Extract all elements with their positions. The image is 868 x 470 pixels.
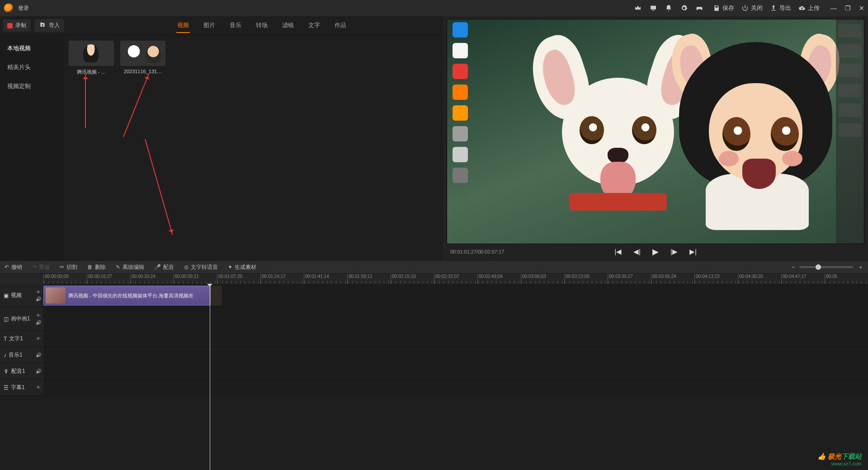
media-thumb[interactable]: 腾讯视频 - … xyxy=(69,41,114,75)
cut-button[interactable]: ✂切割 xyxy=(60,263,77,271)
save-button[interactable]: 保存 xyxy=(713,4,734,12)
prev-frame-icon[interactable]: ◀| xyxy=(633,248,641,256)
record-dot-icon xyxy=(7,23,13,28)
ruler-tick: 00:02:32;07 xyxy=(434,274,477,284)
mute-icon[interactable]: 🔊 xyxy=(36,352,41,357)
gamepad-icon[interactable] xyxy=(696,5,703,12)
preview-pane: 00:01:01;27/00:02:07;17 |◀ ◀| ▶ |▶ ▶| xyxy=(443,16,868,260)
text-track-icon: T xyxy=(4,336,7,342)
minimize-icon[interactable]: — xyxy=(830,5,837,12)
mute-icon[interactable]: 🔊 xyxy=(36,369,41,374)
video-clip[interactable]: 腾讯视频 - 中国领先的在线视频媒体平台,海量高清视频在 xyxy=(43,286,211,306)
desktop-icons-overlay xyxy=(448,22,480,183)
track-subtitle: ☰字幕1 👁 xyxy=(0,380,868,396)
time-ruler[interactable]: 00:00:00;0000:00:16;2700:00:33;2400:00:5… xyxy=(0,274,868,284)
undo-button[interactable]: ↶撤销 xyxy=(5,263,22,271)
goto-start-icon[interactable]: |◀ xyxy=(614,248,622,256)
cat-custom[interactable]: 视频定制 xyxy=(0,77,63,96)
tab-music[interactable]: 音乐 xyxy=(229,19,242,33)
media-categories: 本地视频 精美片头 视频定制 xyxy=(0,35,63,260)
dub-button[interactable]: 🎤配音 xyxy=(154,263,174,271)
sparkle-icon: ✦ xyxy=(228,264,232,270)
tracks: ▣视频 👁🔊 腾讯视频 - 中国领先的在线视频媒体平台,海量高清视频在 ◫画中画… xyxy=(0,284,868,470)
export-button[interactable]: 导出 xyxy=(770,4,791,12)
subtitle-track-icon: ☰ xyxy=(4,385,9,391)
tab-filter[interactable]: 滤镜 xyxy=(281,19,295,33)
track-text: T文字1 👁 xyxy=(0,331,868,347)
ruler-tick: 00:00:00;00 xyxy=(43,274,87,284)
cat-intro[interactable]: 精美片头 xyxy=(0,58,63,77)
mute-icon[interactable]: 🔊 xyxy=(36,296,41,301)
zoom-out-icon[interactable]: − xyxy=(792,264,795,270)
close-icon[interactable]: ✕ xyxy=(859,5,864,12)
power-icon xyxy=(741,5,749,12)
redo-button[interactable]: ↷重做 xyxy=(32,263,50,271)
ruler-tick: 00:01:24;17 xyxy=(260,274,304,284)
tts-button[interactable]: ◎文字转语音 xyxy=(184,263,218,271)
annotation-arrow xyxy=(145,139,173,235)
visibility-icon[interactable]: 👁 xyxy=(36,313,41,318)
ruler-tick: 00:01:07;20 xyxy=(217,274,260,284)
bell-icon[interactable] xyxy=(665,5,672,12)
track-music: ♪音乐1 🔊 xyxy=(0,347,868,363)
import-button[interactable]: 导入 xyxy=(34,19,64,32)
close-project-button[interactable]: 关闭 xyxy=(741,4,763,12)
visibility-icon[interactable]: 👁 xyxy=(36,385,41,390)
maximize-icon[interactable]: ❐ xyxy=(845,5,851,12)
mute-icon[interactable]: 🔊 xyxy=(36,320,41,325)
track-label: 画中画1 xyxy=(11,315,30,323)
ruler-tick: 00:00:16;27 xyxy=(87,274,130,284)
redo-icon: ↷ xyxy=(32,264,37,270)
playhead[interactable] xyxy=(210,284,210,470)
visibility-icon[interactable]: 👁 xyxy=(36,336,41,341)
ruler-tick: 00:03:06;03 xyxy=(521,274,564,284)
delete-button[interactable]: 🗑删除 xyxy=(87,263,106,271)
tab-image[interactable]: 图片 xyxy=(203,19,216,33)
tts-icon: ◎ xyxy=(184,264,189,270)
record-button[interactable]: 录制 xyxy=(3,19,31,32)
media-pane: 录制 导入 视频 图片 音乐 转场 滤镜 文字 作品 本地视频 精美片头 视频定… xyxy=(0,16,443,260)
media-thumb[interactable]: 20231116_131… xyxy=(120,41,165,74)
scissors-icon: ✂ xyxy=(60,264,64,270)
login-link[interactable]: 登录 xyxy=(18,5,29,12)
ruler-tick: 00:01:58;11 xyxy=(347,274,391,284)
save-icon xyxy=(713,5,720,12)
music-track-icon: ♪ xyxy=(4,352,6,358)
undo-icon: ↶ xyxy=(5,264,9,270)
track-label: 字幕1 xyxy=(11,384,25,391)
goto-end-icon[interactable]: ▶| xyxy=(689,248,697,256)
ruler-tick: 00:00:50;21 xyxy=(174,274,217,284)
next-frame-icon[interactable]: |▶ xyxy=(670,248,678,256)
visibility-icon[interactable]: 👁 xyxy=(36,290,41,295)
tab-works[interactable]: 作品 xyxy=(334,19,347,33)
track-label: 音乐1 xyxy=(9,351,23,359)
crown-icon[interactable] xyxy=(634,5,642,12)
ruler-tick: 00:01:41;14 xyxy=(304,274,347,284)
tab-text[interactable]: 文字 xyxy=(307,19,321,33)
advanced-edit-button[interactable]: ✎高级编辑 xyxy=(116,263,144,271)
tab-transition[interactable]: 转场 xyxy=(255,19,269,33)
track-label: 文字1 xyxy=(9,335,23,343)
play-icon[interactable]: ▶ xyxy=(652,247,659,257)
thumbnail-grid: 腾讯视频 - … 20231116_131… xyxy=(63,35,443,260)
tab-video[interactable]: 视频 xyxy=(176,19,190,33)
ruler-tick: 00:03:23;00 xyxy=(564,274,608,284)
monitor-icon[interactable] xyxy=(650,5,657,12)
annotation-arrow xyxy=(85,74,86,128)
ruler-tick: 00:03:39;27 xyxy=(608,274,651,284)
timeline: 00:00:00;0000:00:16;2700:00:33;2400:00:5… xyxy=(0,274,868,470)
upload-button[interactable]: 上传 xyxy=(798,4,820,12)
gear-icon[interactable] xyxy=(680,5,688,12)
ruler-tick: 00:04:47;17 xyxy=(781,274,825,284)
preview-canvas[interactable] xyxy=(447,19,864,244)
cat-local-video[interactable]: 本地视频 xyxy=(0,39,63,58)
ruler-tick: 00:03:56;24 xyxy=(651,274,694,284)
cloud-upload-icon xyxy=(798,5,806,12)
zoom-in-icon[interactable]: ＋ xyxy=(858,263,863,271)
ruler-tick: 00:04:30;20 xyxy=(738,274,781,284)
ruler-tick: 00:02:15;10 xyxy=(391,274,434,284)
ruler-tick: 00:02:49;04 xyxy=(477,274,521,284)
generate-button[interactable]: ✦生成素材 xyxy=(228,263,256,271)
zoom-slider[interactable] xyxy=(799,266,854,268)
annotation-arrow xyxy=(123,74,149,137)
